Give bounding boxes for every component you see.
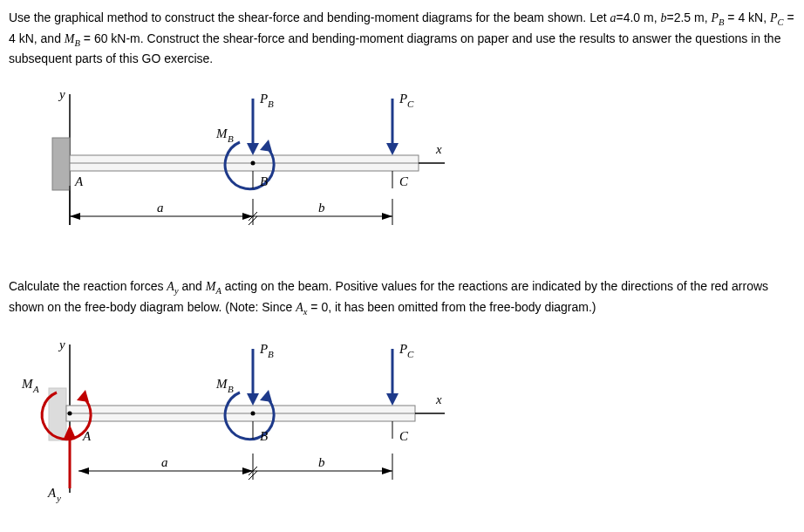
svg-marker-76 [382,467,392,474]
svg-point-16 [251,161,256,166]
svg-text:B: B [228,133,234,144]
svg-text:B: B [268,349,274,359]
problem-statement: Use the graphical method to construct th… [9,9,795,68]
svg-marker-12 [386,143,399,155]
svg-text:A: A [47,486,57,500]
svg-text:C: C [407,349,414,359]
svg-rect-2 [52,138,70,190]
beam-diagram-2: y x MA Ay PB PC MB A B C a b [17,336,436,519]
svg-point-44 [68,412,72,416]
svg-text:x: x [435,142,442,156]
svg-text:M: M [215,126,228,140]
svg-marker-27 [242,213,253,220]
svg-marker-26 [70,213,80,220]
svg-text:B: B [260,429,268,443]
svg-text:B: B [268,99,274,109]
svg-text:P: P [399,342,407,356]
svg-text:P: P [399,92,407,106]
svg-text:M: M [21,377,34,391]
svg-text:P: P [259,92,268,106]
svg-text:b: b [318,201,325,215]
svg-text:a: a [157,201,164,215]
svg-text:A: A [32,384,39,394]
svg-text:B: B [260,174,268,188]
svg-marker-69 [78,467,89,474]
svg-point-60 [251,412,256,416]
svg-text:x: x [435,392,442,406]
svg-text:M: M [215,377,228,391]
svg-text:y: y [56,493,61,503]
svg-marker-52 [247,393,259,406]
svg-marker-8 [247,143,259,155]
svg-text:b: b [318,455,325,469]
svg-text:C: C [399,174,409,188]
svg-marker-43 [77,390,89,402]
svg-text:y: y [58,338,65,351]
svg-text:B: B [228,384,234,394]
svg-text:A: A [74,174,84,188]
svg-marker-56 [386,393,399,406]
beam-diagram-1: y x PB PC MB A B C a b [44,85,462,251]
instruction-text: Calculate the reaction forces Ay and MA … [9,277,795,318]
svg-marker-70 [242,467,253,474]
svg-text:C: C [399,429,409,443]
svg-text:y: y [58,87,65,101]
svg-marker-59 [260,390,272,402]
svg-text:C: C [407,99,414,109]
svg-marker-33 [382,213,392,220]
svg-text:P: P [259,342,268,356]
svg-text:A: A [82,429,92,443]
svg-text:a: a [161,455,168,469]
svg-marker-15 [260,140,272,152]
